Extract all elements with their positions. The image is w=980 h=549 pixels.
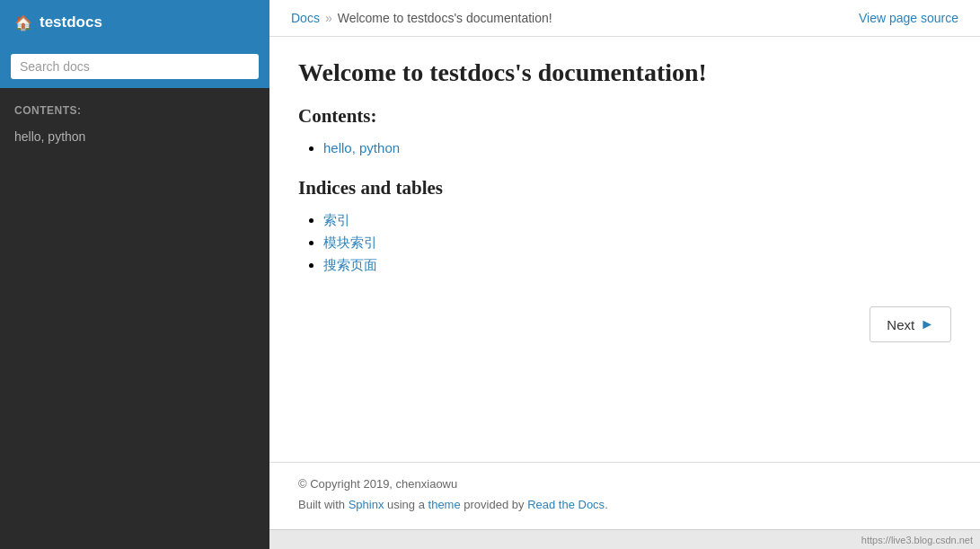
breadcrumb-docs-link[interactable]: Docs: [291, 11, 320, 25]
footer: © Copyright 2019, chenxiaowu Built with …: [269, 463, 980, 529]
status-bar: https://live3.blog.csdn.net: [269, 529, 980, 549]
home-icon: 🏠: [14, 14, 32, 31]
breadcrumb-current: Welcome to testdocs's documentation!: [338, 11, 552, 25]
sidebar-item-hello-python[interactable]: hello, python: [0, 124, 269, 149]
sphinx-link[interactable]: Sphinx: [349, 498, 384, 511]
theme-link[interactable]: theme: [428, 498, 461, 511]
list-item: 模块索引: [323, 235, 951, 252]
page-title: Welcome to testdocs's documentation!: [298, 58, 951, 87]
contents-label: CONTENTS:: [0, 88, 269, 124]
arrow-right-icon: ►: [920, 316, 934, 332]
breadcrumb-separator: »: [325, 11, 332, 25]
module-index-link[interactable]: 模块索引: [323, 235, 377, 250]
breadcrumb-bar: Docs » Welcome to testdocs's documentati…: [269, 0, 980, 37]
provided-by-text: provided by: [461, 498, 527, 511]
sidebar: 🏠 testdocs CONTENTS: hello, python: [0, 0, 269, 549]
next-button[interactable]: Next ►: [870, 306, 951, 342]
next-btn-row: Next ►: [298, 296, 951, 367]
indices-list: 索引 模块索引 搜索页面: [298, 212, 951, 274]
list-item: hello, python: [323, 140, 951, 155]
search-page-link[interactable]: 搜索页面: [323, 257, 377, 272]
built-with-prefix: Built with: [298, 498, 349, 511]
copyright-text: © Copyright 2019, chenxiaowu: [298, 477, 951, 491]
search-input[interactable]: [11, 54, 259, 79]
rtd-link[interactable]: Read the Docs: [527, 498, 605, 511]
period: .: [605, 498, 608, 511]
contents-heading: Contents:: [298, 105, 951, 128]
search-container: [0, 45, 269, 88]
breadcrumb: Docs » Welcome to testdocs's documentati…: [291, 11, 552, 25]
using-a-text: using a: [384, 498, 428, 511]
list-item: 索引: [323, 212, 951, 229]
indices-heading: Indices and tables: [298, 177, 951, 199]
index-link[interactable]: 索引: [323, 212, 350, 227]
contents-list: hello, python: [298, 140, 951, 155]
built-with-text: Built with Sphinx using a theme provided…: [298, 498, 951, 511]
view-source-link[interactable]: View page source: [859, 11, 958, 25]
main-content: Docs » Welcome to testdocs's documentati…: [269, 0, 980, 549]
sidebar-header: 🏠 testdocs: [0, 0, 269, 45]
list-item: 搜索页面: [323, 257, 951, 274]
next-label: Next: [887, 317, 914, 332]
content-area: Welcome to testdocs's documentation! Con…: [269, 37, 980, 462]
status-url: https://live3.blog.csdn.net: [861, 535, 973, 545]
sidebar-title: testdocs: [40, 13, 102, 31]
hello-python-link[interactable]: hello, python: [323, 140, 400, 155]
